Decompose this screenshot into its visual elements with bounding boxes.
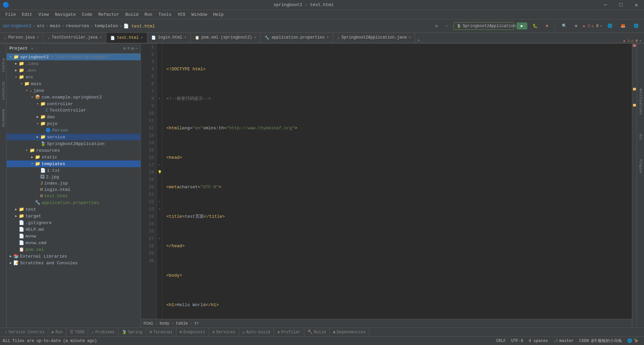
locate-file-btn[interactable]: ⊕ — [123, 46, 126, 51]
sidebar-settings-btn[interactable]: ⚙ — [131, 46, 134, 51]
tree-item-gitignore[interactable]: ▶ 📄 .gitignore — [7, 219, 141, 226]
breadcrumb-resources[interactable]: resources — [66, 23, 89, 28]
debug-button[interactable]: 🐛 — [530, 22, 540, 30]
bottom-tab-dependencies[interactable]: ◉ Dependencies — [330, 328, 370, 337]
tab-close-login[interactable]: × — [184, 36, 186, 40]
tab-close-person[interactable]: × — [37, 36, 39, 40]
tab-springboot2app-java[interactable]: ☕ Springboot2Application.java × — [333, 33, 415, 43]
menu-help[interactable]: Help — [210, 11, 226, 18]
status-encoding[interactable]: UTF-8 — [508, 337, 526, 345]
code-scroll[interactable]: 12345 678910 1112131415 1617181920 21222… — [141, 44, 632, 319]
tree-item-mvnwcmd[interactable]: ▶ 📄 mvnw.cmd — [7, 239, 141, 246]
update-btn[interactable]: ↻ — [433, 22, 440, 30]
tree-item-target[interactable]: ▶ 📁 target — [7, 213, 141, 219]
settings-button[interactable]: ⚙ — [572, 22, 580, 30]
breadcrumb-file[interactable]: 📄 test.html — [123, 23, 155, 29]
tree-item-test[interactable]: ▶ 📁 test — [7, 206, 141, 213]
edge-btn[interactable]: 🌐 — [631, 22, 641, 30]
tree-item-helpmd[interactable]: ▶ 📄 HELP.md — [7, 226, 141, 233]
back-btn[interactable]: ← — [443, 22, 451, 30]
menu-code[interactable]: Code — [79, 11, 95, 18]
tab-close-springboot[interactable]: × — [409, 36, 411, 40]
status-indent[interactable]: 4 spaces — [526, 337, 551, 345]
close-button[interactable]: ✕ — [629, 0, 644, 10]
tab-close-props[interactable]: × — [327, 36, 329, 40]
duck-status-icon[interactable]: 🦆 — [634, 338, 639, 343]
tab-application-props[interactable]: 🔧 application.properties × — [261, 33, 333, 43]
bottom-tab-run[interactable]: ▶ Run — [48, 328, 66, 337]
tree-item-pojo[interactable]: ▾ 📁 pojo — [7, 120, 141, 127]
breadcrumb-body[interactable]: body — [160, 321, 169, 326]
tree-item-1txt[interactable]: ▶ 📄 1.txt — [7, 167, 141, 174]
tree-item-testcontroller[interactable]: ▶ C TestController — [7, 107, 141, 114]
bottom-tab-auto-build[interactable]: △ Auto-build — [239, 328, 274, 337]
menu-edit[interactable]: Edit — [19, 11, 35, 18]
chrome-status-icon[interactable]: 🌐 — [627, 338, 632, 343]
breadcrumb-tr[interactable]: tr — [194, 321, 199, 326]
bottom-tab-spring[interactable]: 🍃 Spring — [118, 328, 146, 337]
tree-item-service[interactable]: ▶ 📁 service — [7, 134, 141, 140]
chrome-btn[interactable]: 🌐 — [605, 22, 615, 30]
tree-item-controller[interactable]: ▾ 📁 controller — [7, 100, 141, 107]
tab-testcontroller-java[interactable]: ☕ TestController.java × — [43, 33, 106, 43]
tree-item-package[interactable]: ▾ 📦 com.example.springboot2 — [7, 94, 141, 100]
tabs-overflow[interactable]: » — [415, 38, 422, 43]
tree-item-templates[interactable]: ▾ 📁 templates — [7, 160, 141, 167]
bottom-tab-terminal[interactable]: ⊞ Terminal — [146, 328, 176, 337]
notifications-tab[interactable]: Notifications — [638, 87, 643, 116]
menu-build[interactable]: Build — [123, 11, 141, 18]
tab-person-java[interactable]: ☕ Person.java × — [0, 33, 43, 43]
bottom-tab-todo[interactable]: ☰ TODO — [66, 328, 88, 337]
tree-item-indexjsp[interactable]: ▶ J index.jsp — [7, 180, 141, 187]
tree-item-dao[interactable]: ▶ 📁 dao — [7, 114, 141, 120]
menu-vcs[interactable]: VCS — [175, 11, 188, 18]
breadcrumb-main[interactable]: main — [50, 23, 60, 28]
project-tab[interactable]: Project — [1, 57, 6, 74]
tab-close-test-html[interactable]: × — [141, 36, 143, 40]
tab-pom-xml[interactable]: 📋 pom.xml (springboot2) × — [191, 33, 261, 43]
bottom-tab-build[interactable]: 🔨 Build — [304, 328, 330, 337]
status-git[interactable]: ⎇ master — [551, 337, 577, 345]
menu-window[interactable]: Window — [189, 11, 210, 18]
tree-item-2jpg[interactable]: ▶ 🖼 2.jpg — [7, 174, 141, 180]
bottom-tab-endpoints[interactable]: ⊞ Endpoints — [176, 328, 209, 337]
tree-item-springboot2[interactable]: ▾ 📁 springboot2 D:\Users\Admin\springboo… — [7, 54, 141, 60]
tree-item-static[interactable]: ▶ 📁 static — [7, 154, 141, 160]
tree-item-testhtml[interactable]: ▶ H test.html — [7, 193, 141, 199]
bottom-tab-services[interactable]: ⚙ Services — [209, 328, 239, 337]
breadcrumb-table[interactable]: table — [176, 321, 188, 326]
minimize-button[interactable]: ─ — [598, 0, 613, 10]
tree-item-mvnw[interactable]: ▶ 📄 mvnw — [7, 233, 141, 239]
tree-item-person[interactable]: ▶ 🔵 Person — [7, 127, 141, 134]
search-button[interactable]: 🔍 — [559, 22, 570, 30]
tree-item-idea[interactable]: ▶ 📁 .idea — [7, 60, 141, 67]
tree-item-scratches[interactable]: ▶ 📝 Scratches and Consoles — [7, 260, 141, 266]
collapse-all-btn[interactable]: ≡ — [127, 46, 130, 51]
breadcrumb-src[interactable]: src — [37, 23, 45, 28]
menu-run[interactable]: Run — [142, 11, 155, 18]
maximize-button[interactable]: □ — [613, 0, 629, 10]
menu-file[interactable]: File — [3, 11, 18, 18]
tree-item-external-libs[interactable]: ▶ 📚 External Libraries — [7, 253, 141, 260]
menu-view[interactable]: View — [36, 11, 51, 18]
tree-item-loginhtml[interactable]: ▶ H login.html — [7, 187, 141, 193]
tree-item-java[interactable]: ▾ ☕ java — [7, 87, 141, 94]
bottom-tab-problems[interactable]: ⚠ Problems — [88, 328, 118, 337]
plugins-tab[interactable]: Plugins — [638, 158, 643, 175]
git-tab[interactable]: Git — [638, 133, 643, 141]
tree-item-appprops[interactable]: ▶ 🔧 application.properties — [7, 199, 141, 206]
tree-item-pomxml[interactable]: ▶ 📋 pom.xml — [7, 246, 141, 253]
bookmarks-tab[interactable]: Bookmarks — [1, 108, 6, 129]
breadcrumb-html[interactable]: html — [144, 321, 153, 326]
menu-navigate[interactable]: Navigate — [52, 11, 78, 18]
breadcrumb-project[interactable]: springboot2 — [3, 23, 32, 28]
menu-tools[interactable]: Tools — [156, 11, 174, 18]
tree-item-main[interactable]: ▾ 📁 main — [7, 80, 141, 87]
tree-item-resources[interactable]: ▾ 📁 resources — [7, 147, 141, 154]
firefox-btn[interactable]: 🦊 — [618, 22, 628, 30]
run-config-dropdown[interactable]: 🍃 Springboot2Application ▾ — [453, 22, 514, 30]
structure-tab[interactable]: Structure — [1, 80, 6, 101]
bottom-tab-version-control[interactable]: ↕ Version Control — [1, 328, 48, 337]
stop-button[interactable]: ■ — [543, 22, 551, 30]
tree-item-mvn[interactable]: ▶ 📁 .mvn — [7, 67, 141, 74]
